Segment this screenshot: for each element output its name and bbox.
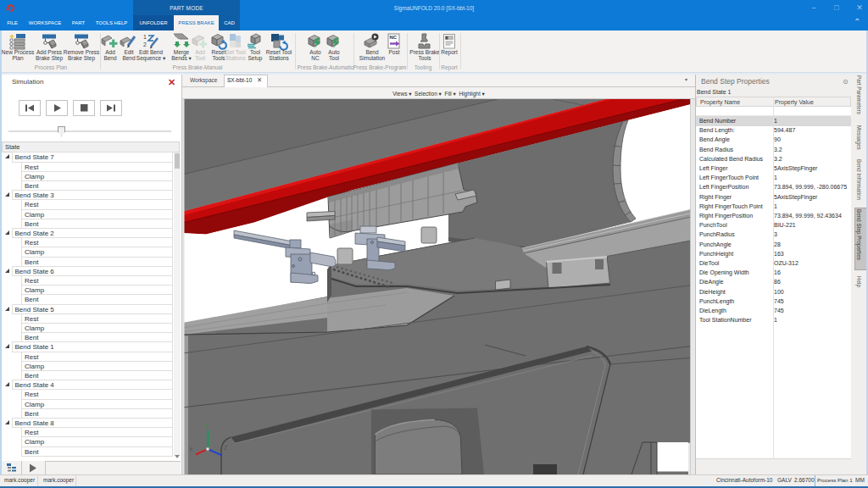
svg-text:2: 2	[143, 42, 147, 47]
svg-text:Z: Z	[224, 445, 228, 451]
svg-text:X: X	[189, 446, 193, 452]
svg-text:1: 1	[143, 34, 147, 40]
svg-text:NC: NC	[390, 35, 398, 40]
svg-text:Y: Y	[204, 423, 209, 429]
